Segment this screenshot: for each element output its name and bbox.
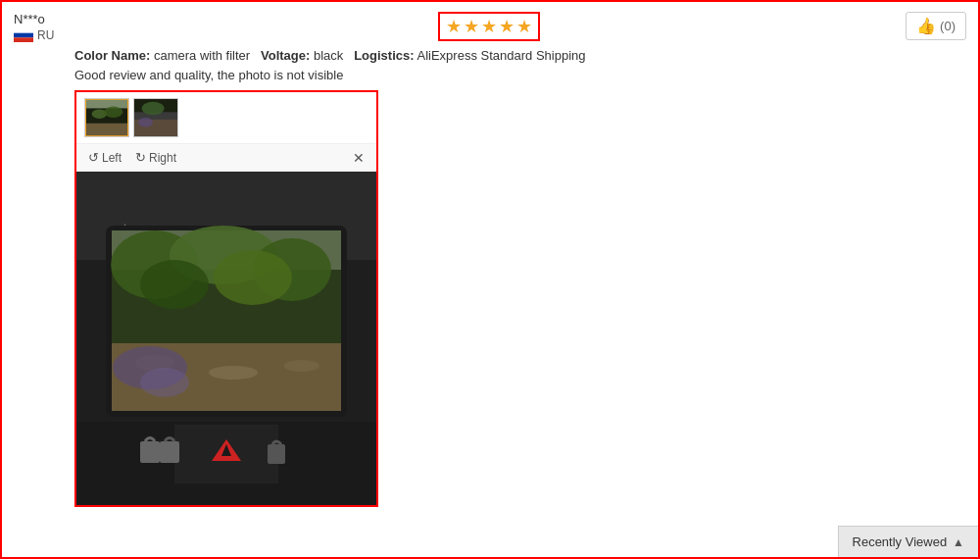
close-button[interactable]: ✕ <box>349 150 368 166</box>
thumbnails-strip <box>76 92 376 143</box>
color-label: Color Name: <box>74 48 150 63</box>
rotate-left-icon: ↺ <box>88 150 99 165</box>
logistics-value: AliExpress Standard Shipping <box>416 48 585 63</box>
svg-point-12 <box>142 102 165 115</box>
star-5: ★ <box>516 16 532 37</box>
svg-rect-8 <box>85 124 128 136</box>
svg-rect-2 <box>14 37 33 42</box>
svg-point-25 <box>214 250 292 305</box>
flag-icon <box>14 28 33 42</box>
like-count: (0) <box>940 19 956 33</box>
voltage-label: Voltage: <box>261 48 310 63</box>
thumbnail-1[interactable] <box>84 98 129 137</box>
star-3: ★ <box>481 16 497 37</box>
logistics-label: Logistics: <box>354 48 414 63</box>
rotate-right-button[interactable]: ↻ Right <box>131 148 180 167</box>
svg-point-29 <box>284 360 319 372</box>
rotate-right-icon: ↻ <box>135 150 146 165</box>
right-label: Right <box>149 151 176 165</box>
flag-row: RU <box>14 28 54 42</box>
svg-point-28 <box>209 366 258 380</box>
svg-rect-36 <box>140 441 160 463</box>
username: N***o <box>14 12 45 26</box>
stars-rating: ★ ★ ★ ★ ★ <box>438 12 540 41</box>
recently-viewed-label: Recently Viewed <box>853 534 948 549</box>
star-1: ★ <box>446 16 462 37</box>
left-label: Left <box>102 151 122 165</box>
star-2: ★ <box>464 16 479 37</box>
voltage-value: black <box>314 48 343 63</box>
top-row: N***o RU ★ ★ ★ ★ ★ 👍 (0) <box>14 12 966 42</box>
thumbs-up-icon: 👍 <box>916 17 936 35</box>
user-info: N***o RU <box>14 12 73 42</box>
rotate-left-button[interactable]: ↺ Left <box>84 148 125 167</box>
color-value: camera with filter <box>154 48 250 63</box>
country-code: RU <box>37 28 54 42</box>
svg-rect-1 <box>14 33 33 38</box>
camera-view-svg <box>76 172 376 505</box>
svg-rect-37 <box>160 441 179 463</box>
thumbnail-2[interactable] <box>133 98 178 137</box>
review-text: Good review and quality, the photo is no… <box>74 68 966 82</box>
svg-point-31 <box>140 368 189 397</box>
image-viewer: ↺ Left ↻ Right ✕ <box>74 90 378 507</box>
image-toolbar: ↺ Left ↻ Right ✕ <box>76 143 376 172</box>
svg-point-24 <box>140 260 209 309</box>
svg-point-14 <box>138 118 153 127</box>
recently-viewed-button[interactable]: Recently Viewed ▲ <box>838 526 978 557</box>
svg-rect-38 <box>268 444 285 464</box>
chevron-up-icon: ▲ <box>953 535 964 549</box>
like-button[interactable]: 👍 (0) <box>906 12 966 40</box>
svg-point-7 <box>104 107 122 118</box>
star-4: ★ <box>499 16 514 37</box>
product-info-row: Color Name: camera with filter Voltage: … <box>74 48 966 63</box>
main-container: N***o RU ★ ★ ★ ★ ★ 👍 (0) <box>2 2 978 557</box>
main-image <box>76 172 376 505</box>
